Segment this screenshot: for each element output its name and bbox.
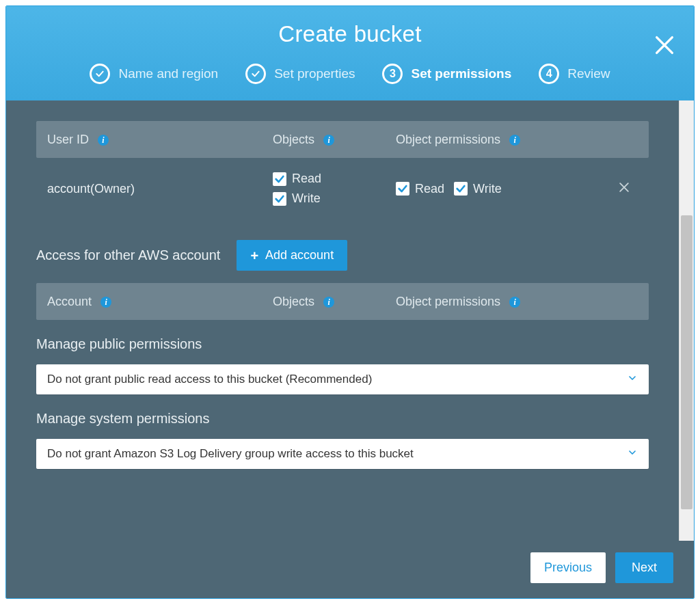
info-icon[interactable]: i <box>100 297 111 308</box>
modal-header: Create bucket Name and region Set proper… <box>6 6 694 100</box>
modal-body-wrap: User ID i Objects i Object permissions i… <box>6 100 694 541</box>
modal-footer: Previous Next <box>6 541 694 598</box>
checkbox-icon <box>454 182 468 196</box>
col-header-perms-label: Object permissions <box>396 295 500 308</box>
accounts-table-header: Account i Objects i Object permissions i <box>36 283 649 320</box>
other-accounts-section: Access for other AWS account + Add accou… <box>36 240 649 271</box>
wizard-steps: Name and region Set properties 3 Set per… <box>6 64 694 92</box>
col-header-perms: Object permissions i <box>396 133 638 147</box>
modal-title: Create bucket <box>6 21 694 47</box>
info-icon[interactable]: i <box>509 135 520 146</box>
vertical-scrollbar[interactable] <box>679 100 694 541</box>
checkbox-label: Read <box>292 172 321 186</box>
system-permissions-select[interactable]: Do not grant Amazon S3 Log Delivery grou… <box>36 439 649 469</box>
cell-objects: Read Write <box>273 172 396 206</box>
checkbox-icon <box>273 192 286 206</box>
objects-read-checkbox[interactable]: Read <box>273 172 396 186</box>
info-icon[interactable]: i <box>98 135 109 146</box>
next-button[interactable]: Next <box>615 552 673 583</box>
checkbox-label: Write <box>292 191 321 206</box>
select-value: Do not grant Amazon S3 Log Delivery grou… <box>47 447 414 461</box>
step-label: Set properties <box>274 66 355 81</box>
checkmark-icon <box>90 64 110 84</box>
col-header-user: User ID i <box>47 133 273 147</box>
checkbox-label: Write <box>473 182 502 196</box>
objects-write-checkbox[interactable]: Write <box>273 191 396 206</box>
close-icon <box>653 33 676 57</box>
info-icon[interactable]: i <box>509 297 520 308</box>
col-header-account-label: Account <box>47 295 92 308</box>
step-number-icon: 4 <box>539 64 559 84</box>
col-header-perms: Object permissions i <box>396 295 638 309</box>
step-number-icon: 3 <box>382 64 403 84</box>
close-icon <box>617 180 631 194</box>
checkbox-icon <box>396 182 409 196</box>
create-bucket-modal: Create bucket Name and region Set proper… <box>5 5 695 599</box>
remove-row-button[interactable] <box>617 180 638 198</box>
perms-write-checkbox[interactable]: Write <box>454 180 502 198</box>
step-label: Review <box>567 66 610 81</box>
user-table-header: User ID i Objects i Object permissions i <box>36 121 649 158</box>
previous-button[interactable]: Previous <box>530 552 606 583</box>
step-review[interactable]: 4 Review <box>539 64 610 84</box>
chevron-down-icon <box>627 447 638 461</box>
modal-body: User ID i Objects i Object permissions i… <box>6 100 679 541</box>
step-label: Set permissions <box>411 66 511 81</box>
step-set-permissions[interactable]: 3 Set permissions <box>382 64 511 84</box>
plus-icon: + <box>250 249 258 263</box>
col-header-account: Account i <box>47 295 273 309</box>
checkbox-icon <box>273 172 286 186</box>
info-icon[interactable]: i <box>323 135 334 146</box>
step-name-and-region[interactable]: Name and region <box>90 64 218 84</box>
cell-perms: Read Write <box>396 180 638 198</box>
add-account-label: Add account <box>265 248 334 263</box>
public-permissions-title: Manage public permissions <box>36 336 649 352</box>
col-header-objects-label: Objects <box>273 295 314 308</box>
col-header-user-label: User ID <box>47 133 89 146</box>
info-icon[interactable]: i <box>323 297 334 308</box>
checkmark-icon <box>245 64 266 84</box>
col-header-objects: Objects i <box>273 133 396 147</box>
perms-read-checkbox[interactable]: Read <box>396 180 444 198</box>
close-button[interactable] <box>653 33 676 57</box>
col-header-objects-label: Objects <box>273 133 314 146</box>
scroll-thumb[interactable] <box>681 215 692 509</box>
public-permissions-select[interactable]: Do not grant public read access to this … <box>36 364 649 394</box>
step-set-properties[interactable]: Set properties <box>245 64 355 84</box>
chevron-down-icon <box>627 373 638 387</box>
checkbox-label: Read <box>415 182 444 196</box>
col-header-objects: Objects i <box>273 295 396 309</box>
other-accounts-title: Access for other AWS account <box>36 247 220 263</box>
add-account-button[interactable]: + Add account <box>237 240 347 271</box>
col-header-perms-label: Object permissions <box>396 133 500 146</box>
system-permissions-title: Manage system permissions <box>36 411 649 427</box>
user-table-row: account(Owner) Read Write Read <box>36 158 649 222</box>
cell-user: account(Owner) <box>47 182 273 196</box>
step-label: Name and region <box>118 66 218 81</box>
select-value: Do not grant public read access to this … <box>47 373 372 386</box>
